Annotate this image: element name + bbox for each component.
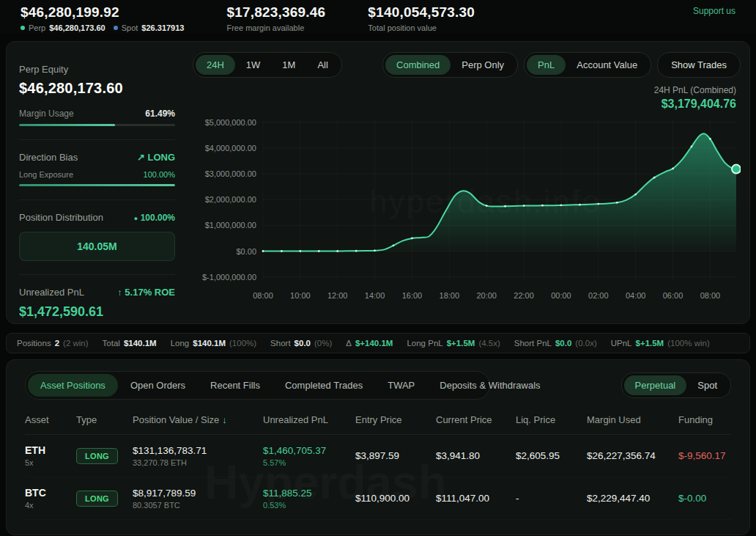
position-size: 33,270.78 ETH bbox=[133, 458, 263, 467]
show-trades-button[interactable]: Show Trades bbox=[657, 52, 741, 78]
table-header-row: Asset Type Position Value / Size↓ Unreal… bbox=[25, 414, 731, 435]
summary-short: Short $0.0 (0%) bbox=[270, 339, 332, 348]
divider bbox=[19, 139, 175, 140]
asset-leverage: 5x bbox=[25, 458, 76, 467]
free-margin-stat: $17,823,369.46 Free margin available bbox=[226, 4, 325, 32]
summary-positions: Positions 2 (2 win) bbox=[17, 339, 89, 348]
total-position-value: $140,054,573.30 bbox=[368, 4, 475, 21]
range-24h-button[interactable]: 24H bbox=[196, 55, 235, 75]
scope-perp-only-button[interactable]: Perp Only bbox=[451, 55, 515, 75]
market-perpetual-button[interactable]: Perpetual bbox=[624, 375, 687, 395]
spot-label: Spot bbox=[122, 23, 138, 32]
tab-open-orders[interactable]: Open Orders bbox=[118, 374, 198, 397]
current-price: $111,047.00 bbox=[436, 493, 516, 504]
total-position-label: Total position value bbox=[368, 23, 437, 32]
long-exposure-label: Long Exposure bbox=[19, 170, 73, 179]
roe-value: 5.17% ROE bbox=[125, 287, 175, 298]
direction-bias-value: LONG bbox=[147, 152, 175, 163]
free-margin-label: Free margin available bbox=[226, 23, 304, 32]
long-badge: LONG bbox=[76, 491, 118, 507]
svg-text:10:00: 10:00 bbox=[290, 291, 311, 300]
position-value: $8,917,789.59 bbox=[133, 488, 263, 499]
svg-text:02:00: 02:00 bbox=[588, 291, 609, 300]
metric-account-value-button[interactable]: Account Value bbox=[566, 55, 648, 75]
asset-symbol: BTC bbox=[25, 487, 76, 499]
market-spot-button[interactable]: Spot bbox=[686, 375, 728, 395]
row-upnl: $1,460,705.37 bbox=[263, 445, 355, 456]
headline-label: 24H PnL (Combined) bbox=[193, 85, 736, 95]
row-upnl-pct: 5.57% bbox=[263, 458, 355, 467]
perp-label: Perp bbox=[29, 23, 45, 32]
entry-price: $110,900.00 bbox=[355, 493, 436, 504]
col-margin-used[interactable]: Margin Used bbox=[587, 414, 678, 425]
overview-chart-card: Perp Equity $46,280,173.60 Margin Usage … bbox=[6, 41, 750, 324]
summary-upnl: UPnL $+1.5M (100% win) bbox=[611, 339, 710, 348]
svg-text:20:00: 20:00 bbox=[476, 291, 497, 300]
svg-text:22:00: 22:00 bbox=[514, 291, 534, 300]
range-1m-button[interactable]: 1M bbox=[271, 55, 306, 75]
row-upnl-pct: 0.53% bbox=[263, 501, 355, 510]
table-row-eth[interactable]: ETH 5x LONG $131,136,783.71 33,270.78 ET… bbox=[25, 435, 731, 477]
col-entry-price[interactable]: Entry Price bbox=[355, 414, 436, 425]
perp-value: $46,280,173.60 bbox=[49, 23, 105, 32]
position-distribution-pct: 100.00% bbox=[141, 213, 175, 223]
svg-text:06:00: 06:00 bbox=[663, 291, 683, 300]
account-value: $46,280,199.92 bbox=[21, 4, 184, 21]
tab-completed-trades[interactable]: Completed Trades bbox=[273, 374, 375, 397]
col-position-value[interactable]: Position Value / Size↓ bbox=[133, 414, 263, 425]
current-price: $3,941.80 bbox=[436, 450, 516, 461]
perp-equity-label: Perp Equity bbox=[19, 64, 175, 75]
arrow-up-icon: ↑ bbox=[117, 287, 122, 298]
svg-text:$0.00: $0.00 bbox=[236, 247, 256, 256]
summary-short-pnl: Short PnL $0.0 (0.0x) bbox=[514, 339, 597, 348]
asset-positions-table: Asset Type Position Value / Size↓ Unreal… bbox=[25, 414, 731, 520]
col-type[interactable]: Type bbox=[76, 414, 133, 425]
divider bbox=[19, 199, 175, 200]
direction-bias-label: Direction Bias bbox=[19, 152, 78, 163]
scope-combined-button[interactable]: Combined bbox=[385, 55, 451, 75]
tab-twap[interactable]: TWAP bbox=[375, 374, 427, 397]
col-asset[interactable]: Asset bbox=[25, 414, 76, 425]
perp-dot-icon bbox=[21, 26, 25, 30]
pnl-area-chart-svg: $5,000,000.00$4,000,000.00$3,000,000.00$… bbox=[193, 112, 741, 304]
long-exposure-value: 100.00% bbox=[144, 170, 175, 179]
liq-price: - bbox=[516, 493, 587, 504]
col-funding[interactable]: Funding bbox=[678, 414, 731, 425]
support-us-link[interactable]: Support us bbox=[693, 4, 735, 16]
col-unrealized-pnl[interactable]: Unrealized PnL bbox=[263, 414, 355, 425]
svg-text:08:00: 08:00 bbox=[700, 291, 721, 300]
range-all-button[interactable]: All bbox=[306, 55, 338, 75]
tab-asset-positions[interactable]: Asset Positions bbox=[28, 374, 118, 397]
pnl-chart[interactable]: hyperdash.info $5,000,000.00$4,000,000.0… bbox=[193, 112, 741, 307]
headline-value: $3,179,404.76 bbox=[193, 98, 736, 111]
svg-text:14:00: 14:00 bbox=[365, 291, 385, 300]
svg-text:$3,000,000.00: $3,000,000.00 bbox=[205, 169, 256, 178]
position-distribution-label: Position Distribution bbox=[19, 212, 103, 223]
perp-equity-value: $46,280,173.60 bbox=[19, 80, 175, 97]
col-liq-price[interactable]: Liq. Price bbox=[516, 414, 587, 425]
positions-summary-bar: Positions 2 (2 win) Total $140.1M Long $… bbox=[6, 333, 750, 353]
position-size: 80.3057 BTC bbox=[133, 501, 263, 510]
svg-text:$5,000,000.00: $5,000,000.00 bbox=[205, 118, 256, 127]
tab-recent-fills[interactable]: Recent Fills bbox=[198, 374, 273, 397]
col-current-price[interactable]: Current Price bbox=[436, 414, 516, 425]
margin-used: $26,227,356.74 bbox=[587, 450, 678, 461]
table-row-btc[interactable]: BTC 4x LONG $8,917,789.59 80.3057 BTC $1… bbox=[25, 477, 731, 520]
position-value: $131,136,783.71 bbox=[133, 445, 263, 456]
margin-usage-label: Margin Usage bbox=[19, 109, 74, 119]
distribution-dot-icon: ● bbox=[134, 215, 138, 222]
margin-used: $2,229,447.40 bbox=[587, 493, 678, 504]
tab-deposits-withdrawals[interactable]: Deposits & Withdrawals bbox=[427, 374, 552, 397]
metric-toggle-group: PnL Account Value bbox=[524, 52, 651, 78]
svg-text:00:00: 00:00 bbox=[551, 291, 571, 300]
svg-text:12:00: 12:00 bbox=[327, 291, 348, 300]
sort-desc-icon: ↓ bbox=[222, 414, 227, 425]
svg-text:$1,000,000.00: $1,000,000.00 bbox=[205, 221, 256, 230]
unrealized-pnl-label: Unrealized PnL bbox=[19, 287, 84, 298]
liq-price: $2,605.95 bbox=[516, 450, 587, 461]
time-range-group: 24H 1W 1M All bbox=[193, 52, 342, 78]
metric-pnl-button[interactable]: PnL bbox=[527, 55, 566, 75]
margin-usage-value: 61.49% bbox=[145, 109, 175, 119]
range-1w-button[interactable]: 1W bbox=[235, 55, 272, 75]
account-overview-panel: Perp Equity $46,280,173.60 Margin Usage … bbox=[7, 42, 187, 323]
